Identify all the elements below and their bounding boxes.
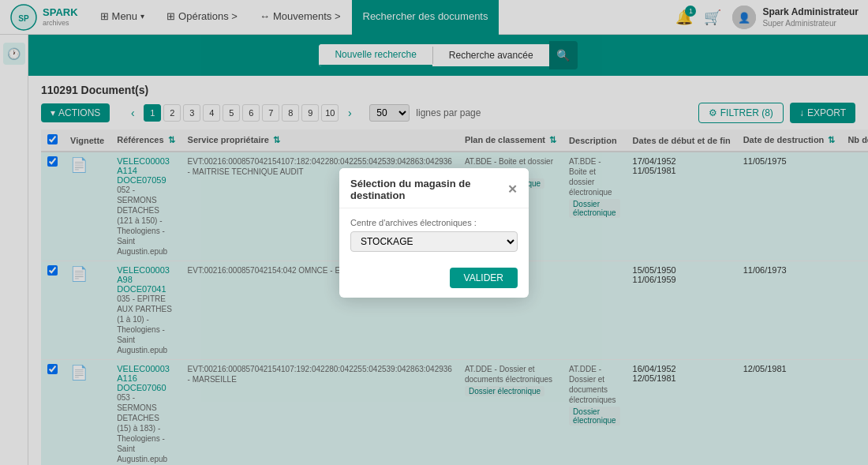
modal-header: Sélection du magasin de destination ✕ (339, 168, 529, 208)
modal-destination-select[interactable]: STOCKAGE STOCKAGE2 STOCKAGE3 (350, 231, 518, 252)
modal-overlay: Sélection du magasin de destination ✕ Ce… (0, 0, 868, 465)
modal-label: Centre d'archives électroniques : (350, 218, 518, 227)
modal-destination: Sélection du magasin de destination ✕ Ce… (339, 168, 529, 298)
modal-body: Centre d'archives électroniques : STOCKA… (339, 208, 529, 261)
modal-footer: VALIDER (339, 261, 529, 298)
valider-button[interactable]: VALIDER (450, 268, 518, 288)
modal-close-button[interactable]: ✕ (507, 182, 518, 197)
modal-select-wrap: STOCKAGE STOCKAGE2 STOCKAGE3 (350, 231, 518, 252)
modal-title: Sélection du magasin de destination (350, 178, 507, 201)
